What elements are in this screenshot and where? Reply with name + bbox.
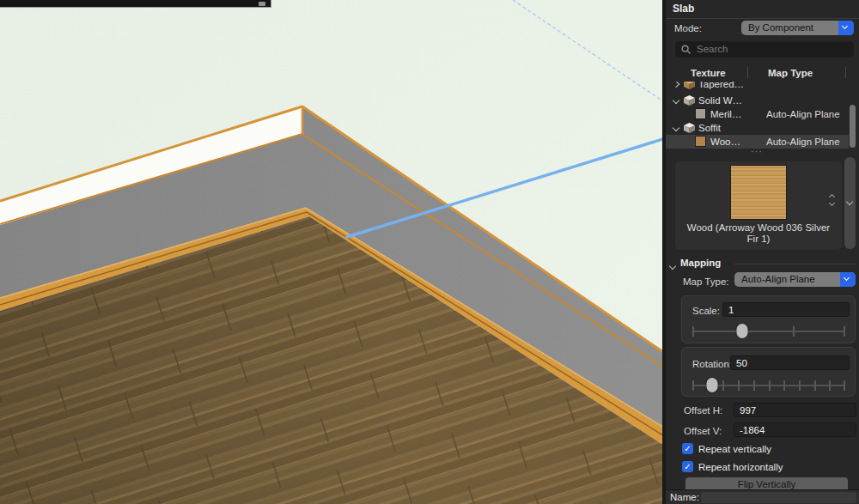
component-cube-icon xyxy=(684,95,695,106)
list-item-solid-w[interactable]: Solid W… xyxy=(666,94,849,107)
search-icon xyxy=(681,45,691,55)
panel-scrollbar[interactable] xyxy=(844,157,856,249)
chevron-down-icon xyxy=(846,198,853,205)
texture-preview-card[interactable]: Wood (Arroway Wood 036 Silver Fir 1) xyxy=(675,161,842,250)
texture-swatch xyxy=(695,108,706,119)
viewport-canvas[interactable] xyxy=(0,0,666,504)
list-item-tapered[interactable]: Tapered… xyxy=(666,82,849,91)
panel-title: Slab xyxy=(673,3,694,15)
list-item-map-type: Auto-Align Plane xyxy=(766,107,840,121)
column-header-map-type[interactable]: Map Type xyxy=(768,68,813,78)
column-divider[interactable] xyxy=(845,67,846,78)
texture-preview-caption: Wood (Arroway Wood 036 Silver Fir 1) xyxy=(682,222,835,245)
mode-dropdown[interactable]: By Component xyxy=(741,21,854,35)
component-cube-icon xyxy=(684,82,695,89)
offset-v-input[interactable] xyxy=(734,422,856,437)
list-item-label: Solid W… xyxy=(698,94,742,107)
floating-toolbar-fragment[interactable] xyxy=(0,0,271,8)
map-type-dropdown-value: Auto-Align Plane xyxy=(741,272,815,287)
map-type-dropdown-button[interactable] xyxy=(840,272,856,287)
list-item-meril[interactable]: Meril… Auto-Align Plane xyxy=(666,107,849,121)
rotation-slider[interactable] xyxy=(691,377,846,394)
stepper-down-icon[interactable] xyxy=(829,200,835,206)
app-window: Slab Mode: By Component Search Texture M… xyxy=(0,0,859,504)
repeat-horizontally-label: Repeat horizontally xyxy=(698,462,783,472)
name-input[interactable] xyxy=(701,492,856,503)
mode-dropdown-button[interactable] xyxy=(838,21,854,35)
disclosure-expanded-icon[interactable] xyxy=(673,124,679,131)
rotation-input[interactable] xyxy=(730,355,850,370)
repeat-horizontally-checkbox[interactable] xyxy=(682,461,693,472)
slider-track xyxy=(692,331,844,332)
rotation-group: Rotation: xyxy=(681,347,856,397)
list-item-label: Meril… xyxy=(710,107,741,121)
3d-viewport[interactable] xyxy=(0,0,666,504)
chevron-down-icon xyxy=(844,275,850,281)
list-item-label: Tapered… xyxy=(698,82,744,91)
name-bar: Name: xyxy=(666,489,859,504)
repeat-vertically-checkbox[interactable] xyxy=(682,443,693,454)
mode-label: Mode: xyxy=(674,23,702,33)
slab-inspector-panel: Slab Mode: By Component Search Texture M… xyxy=(666,0,859,504)
window-icon xyxy=(259,2,265,6)
search-placeholder: Search xyxy=(697,41,728,58)
offset-h-label: Offset H: xyxy=(684,405,722,416)
rotation-slider-thumb[interactable] xyxy=(707,378,718,392)
offset-v-label: Offset V: xyxy=(684,426,722,436)
scale-input[interactable] xyxy=(722,302,850,317)
mapping-section-rule xyxy=(734,264,856,264)
list-item-soffit[interactable]: Soffit xyxy=(666,121,849,135)
list-item-label: Soffit xyxy=(698,121,721,135)
offset-h-input[interactable] xyxy=(734,403,856,417)
name-label: Name: xyxy=(670,492,699,502)
mapping-section-title: Mapping xyxy=(680,258,721,268)
mode-dropdown-value: By Component xyxy=(748,21,813,35)
scale-slider-thumb[interactable] xyxy=(736,324,747,338)
disclosure-collapsed-icon[interactable] xyxy=(673,82,679,88)
column-header-texture[interactable]: Texture xyxy=(691,68,726,78)
rotation-label: Rotation: xyxy=(692,359,732,369)
texture-list: Tapered… Solid W… Meril… Auto-Align Plan… xyxy=(666,82,859,149)
search-input[interactable]: Search xyxy=(675,41,854,58)
map-type-label: Map Type: xyxy=(683,276,729,287)
scale-slider[interactable] xyxy=(691,323,846,340)
repeat-vertically-label: Repeat vertically xyxy=(698,444,771,454)
mapping-disclosure[interactable] xyxy=(670,260,675,270)
disclosure-expanded-icon[interactable] xyxy=(673,97,679,104)
texture-stepper[interactable] xyxy=(830,193,838,207)
scale-group: Scale: xyxy=(681,295,856,343)
map-type-dropdown[interactable]: Auto-Align Plane xyxy=(734,272,856,287)
panel-title-separator xyxy=(666,18,859,19)
list-resize-handle[interactable]: ··· xyxy=(666,146,848,156)
scale-label: Scale: xyxy=(692,306,720,316)
chevron-down-icon xyxy=(842,23,848,29)
list-scrollbar[interactable] xyxy=(850,105,856,148)
disclosure-expanded-icon xyxy=(669,263,676,270)
column-divider[interactable] xyxy=(747,67,748,78)
texture-preview-swatch[interactable] xyxy=(730,165,787,220)
component-cube-icon xyxy=(684,123,695,133)
